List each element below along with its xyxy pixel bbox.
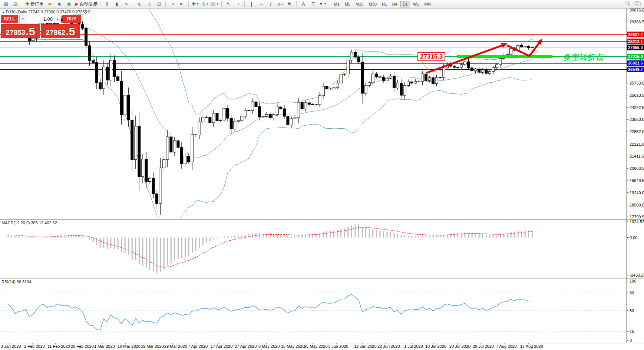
equidistant-channel-button[interactable]: =E — [276, 1, 285, 7]
horizontal-line-button[interactable]: ─ — [257, 1, 265, 7]
volume-increase-button[interactable]: ▲ — [55, 15, 61, 23]
collapse-panel-icon[interactable]: ▲ — [2, 11, 5, 14]
timeframe-m30-button[interactable]: M30 — [366, 1, 379, 7]
svg-text:22121.0: 22121.0 — [630, 142, 644, 146]
templates-dropdown-icon[interactable]: ▼ — [216, 3, 219, 5]
profiles-button[interactable]: ▤ — [11, 1, 20, 7]
up-arrow-icon: ▲ — [56, 17, 59, 21]
auto-scroll-button[interactable]: ⇥ — [168, 1, 177, 7]
tile-windows-button[interactable]: ⊞ — [155, 1, 164, 7]
crosshair-button[interactable]: + — [234, 1, 242, 7]
toolbar-right — [625, 0, 644, 7]
trade-panel-prices: 27853 .5 27862 .5 — [1, 24, 81, 38]
fibonacci-button[interactable]: ≡F — [285, 1, 294, 7]
autotrading-button[interactable]: ▶自动交易 — [74, 1, 98, 7]
periods-dropdown-icon[interactable]: ▼ — [206, 3, 209, 5]
mt4-window: ▦▤✚新订单▰☻◉▶自动交易‖▮∿⊕⊖⊞⇥⇤✚▼◷▼▧▼↖+|─/=E≡FAT✦… — [0, 0, 644, 350]
svg-text:17 Aug 2020: 17 Aug 2020 — [520, 344, 543, 349]
timeframe-m1-button[interactable]: M1 — [331, 1, 341, 7]
svg-text:-2433.25: -2433.25 — [630, 273, 644, 277]
timeframe-h1-button[interactable]: H1 — [380, 1, 389, 7]
volume-stepper: ▼ ▲ — [19, 15, 61, 23]
symbol-ohlc-text: DJ30-,Daily 27743.0 27900.0 27470.0 2785… — [6, 10, 90, 14]
signals-button[interactable]: ◉ — [65, 1, 73, 7]
vertical-line-button[interactable]: | — [247, 1, 256, 7]
svg-text:20 Jul 2020: 20 Jul 2020 — [449, 344, 470, 349]
arrows-tool-dropdown-icon[interactable]: ▼ — [324, 3, 326, 5]
timeframe-mn-button[interactable]: MN — [422, 1, 433, 7]
crosshair-icon: + — [237, 1, 240, 6]
toolbar-separator — [100, 1, 101, 7]
templates-button[interactable]: ▧▼ — [210, 1, 219, 7]
zoom-out-button[interactable]: ⊖ — [145, 1, 154, 7]
arrows-tool-icon: ✦ — [319, 1, 323, 6]
svg-text:29 Jul 2020: 29 Jul 2020 — [473, 344, 494, 349]
indicators-dropdown-icon[interactable]: ▼ — [196, 3, 199, 5]
expert-advisors-button[interactable]: ☻ — [55, 1, 64, 7]
trendline-icon: / — [270, 1, 272, 6]
svg-text:17 Apr 2020: 17 Apr 2020 — [211, 344, 232, 349]
volume-input[interactable] — [26, 15, 55, 23]
tile-windows-icon: ⊞ — [157, 1, 161, 6]
templates-icon: ▧ — [211, 1, 215, 6]
new-chart-button[interactable]: ▦ — [1, 1, 10, 7]
svg-text:17799.5: 17799.5 — [630, 215, 644, 219]
line-chart-mode-button[interactable]: ∿ — [122, 1, 131, 7]
chart-shift-button[interactable]: ⇤ — [178, 1, 186, 7]
text-label-button[interactable]: T — [308, 1, 317, 7]
arrows-tool-button[interactable]: ✦▼ — [318, 1, 327, 7]
candlestick-mode-button[interactable]: ▮ — [112, 1, 121, 7]
svg-text:25 May 2020: 25 May 2020 — [304, 344, 328, 349]
eraser-icon: ▰ — [48, 1, 52, 6]
toolbar-separator — [221, 1, 222, 7]
sell-price-button[interactable]: 27853 .5 — [1, 24, 40, 38]
timeframe-w1-button[interactable]: W1 — [411, 1, 422, 7]
new-order-button[interactable]: ✚新订单 — [24, 1, 44, 7]
price-level-annotation[interactable]: 27315.3 — [417, 52, 445, 61]
turning-point-note[interactable]: 多空转折点 — [564, 52, 604, 62]
indicators-button[interactable]: ✚▼ — [191, 1, 200, 7]
svg-text:23583.0: 23583.0 — [630, 117, 644, 122]
search-icon[interactable] — [625, 0, 631, 7]
chart-canvas[interactable]: 30076.029366.527195.026464.025733.025023… — [0, 0, 644, 350]
line-chart-mode-icon: ∿ — [124, 1, 128, 6]
chat-icon[interactable] — [634, 1, 641, 7]
svg-text:3 Jun 2020: 3 Jun 2020 — [328, 344, 348, 349]
text-icon: A — [302, 1, 305, 6]
one-click-trade-panel: SELL ▼ ▲ BUY 27853 .5 27862 .5 — [1, 15, 81, 38]
profiles-icon: ▤ — [13, 1, 18, 6]
trendline-button[interactable]: / — [266, 1, 275, 7]
svg-text:1 Mar 2020: 1 Mar 2020 — [94, 344, 115, 349]
rsi-pane — [0, 293, 627, 331]
timeframe-d1-button[interactable]: D1 — [400, 1, 410, 7]
bar-chart-mode-icon: ‖ — [106, 1, 108, 6]
macd-axis-labels: 1024.520.00-2433.25 — [627, 219, 644, 277]
bar-chart-mode-button[interactable]: ‖ — [103, 1, 112, 7]
sell-price-pip: .5 — [26, 26, 35, 37]
svg-text:22852.0: 22852.0 — [630, 129, 644, 134]
svg-text:0: 0 — [630, 338, 632, 343]
cursor-button[interactable]: ↖ — [224, 1, 233, 7]
toolbar: ▦▤✚新订单▰☻◉▶自动交易‖▮∿⊕⊖⊞⇥⇤✚▼◷▼▧▼↖+|─/=E≡FAT✦… — [0, 0, 644, 8]
eraser-button[interactable]: ▰ — [45, 1, 54, 7]
volume-decrease-button[interactable]: ▼ — [20, 15, 26, 23]
svg-text:1024.52: 1024.52 — [630, 219, 644, 224]
svg-text:22 Jun 2020: 22 Jun 2020 — [377, 344, 400, 349]
sell-button[interactable]: SELL — [1, 15, 18, 23]
text-button[interactable]: A — [299, 1, 308, 7]
periods-button[interactable]: ◷▼ — [201, 1, 209, 7]
down-arrow-icon: ▼ — [22, 17, 24, 21]
svg-text:11 Feb 2020: 11 Feb 2020 — [47, 344, 70, 349]
toolbar-separator — [165, 1, 166, 7]
zoom-in-icon: ⊕ — [138, 1, 142, 6]
svg-text:29 Mar 2020: 29 Mar 2020 — [164, 344, 187, 349]
timeframe-m15-button[interactable]: M15 — [353, 1, 366, 7]
buy-price-button[interactable]: 27862 .5 — [41, 24, 80, 38]
toolbar-separator — [188, 1, 189, 7]
zoom-in-button[interactable]: ⊕ — [135, 1, 144, 7]
timeframe-m5-button[interactable]: M5 — [343, 1, 353, 7]
timeframe-h4-button[interactable]: H4 — [390, 1, 400, 7]
svg-text:3 Jan 2020: 3 Jan 2020 — [1, 344, 21, 349]
svg-text:7 Aug 2020: 7 Aug 2020 — [496, 344, 517, 349]
buy-button[interactable]: BUY — [62, 15, 81, 23]
